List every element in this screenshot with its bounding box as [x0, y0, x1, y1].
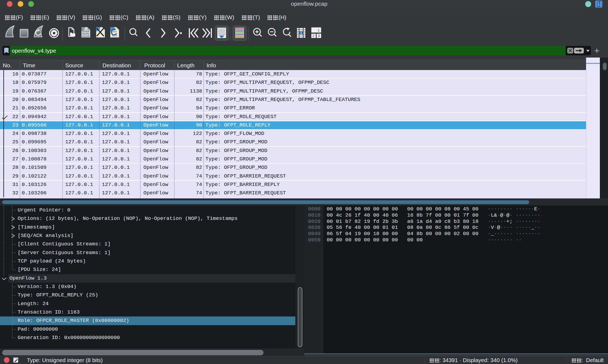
svg-text:2: 2	[312, 34, 314, 38]
svg-text:3: 3	[318, 34, 320, 38]
svg-text:01110: 01110	[82, 35, 89, 38]
svg-text:1: 1	[318, 28, 319, 32]
